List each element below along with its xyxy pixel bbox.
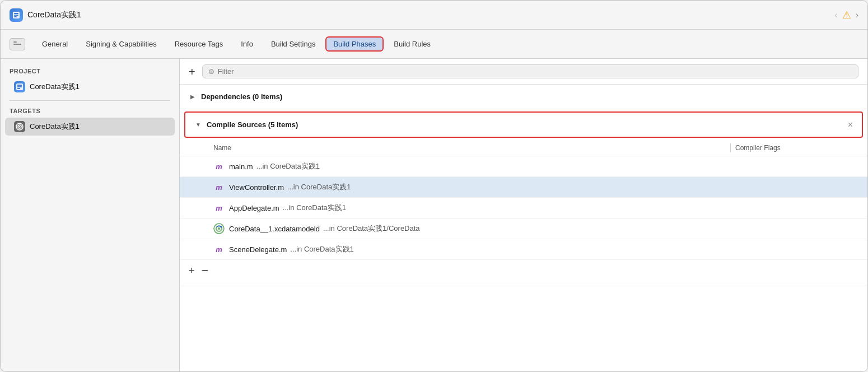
objc-file-icon: m xyxy=(213,202,225,213)
title-bar: CoreData实践1 ‹ ⚠ › xyxy=(1,1,867,30)
source-file-path: ...in CoreData实践1 xyxy=(283,203,346,213)
add-phase-button[interactable]: + xyxy=(189,66,195,77)
coredata-file-icon xyxy=(213,223,225,234)
tab-build-settings[interactable]: Build Settings xyxy=(263,36,324,52)
svg-point-10 xyxy=(19,126,20,127)
remove-source-button[interactable]: − xyxy=(202,264,209,277)
project-section-title: PROJECT xyxy=(1,66,179,78)
table-row[interactable]: m SceneDelegate.m ...in CoreData实践1 xyxy=(180,239,867,260)
sidebar: PROJECT CoreData实践1 TARGETS xyxy=(1,59,180,371)
svg-rect-3 xyxy=(14,16,17,17)
targets-section-title: TARGETS xyxy=(1,105,179,118)
main-window: CoreData实践1 ‹ ⚠ › General Signing & Capa… xyxy=(0,0,868,372)
filter-icon: ⊜ xyxy=(208,67,214,76)
source-file-name: AppDelegate.m xyxy=(229,204,279,212)
compile-sources-close-button[interactable]: × xyxy=(848,120,853,130)
content-toolbar: + ⊜ xyxy=(180,59,867,85)
source-file-name: CoreData__1.xcdatamodeld xyxy=(229,225,320,233)
phase-bottom-toolbar: + − xyxy=(180,260,867,281)
tab-resource-tags[interactable]: Resource Tags xyxy=(167,36,231,52)
sidebar-toggle-icon xyxy=(13,41,21,47)
nav-forward-button[interactable]: › xyxy=(856,10,858,20)
title-bar-left: CoreData实践1 xyxy=(10,8,81,22)
main-content: PROJECT CoreData实践1 TARGETS xyxy=(1,59,867,371)
sidebar-divider xyxy=(10,100,170,101)
compile-sources-title: Compile Sources (5 items) xyxy=(207,120,298,129)
warning-icon: ⚠ xyxy=(842,9,851,21)
tab-signing[interactable]: Signing & Capabilities xyxy=(78,36,164,52)
sidebar-toggle-button[interactable] xyxy=(10,38,25,50)
content-area: + ⊜ ▶ Dependencies (0 items) ▼ Compile S… xyxy=(180,59,867,371)
source-file-path: ...in CoreData实践1/CoreData xyxy=(323,224,420,234)
dependencies-chevron: ▶ xyxy=(189,94,197,100)
compile-sources-phase: ▼ Compile Sources (5 items) × Name Compi… xyxy=(180,111,867,286)
tab-build-phases[interactable]: Build Phases xyxy=(325,36,384,52)
svg-rect-5 xyxy=(17,85,22,86)
table-row[interactable]: CoreData__1.xcdatamodeld ...in CoreData实… xyxy=(180,218,867,239)
compile-sources-phase-header[interactable]: ▼ Compile Sources (5 items) × xyxy=(184,111,863,138)
sidebar-item-project[interactable]: CoreData实践1 xyxy=(5,78,175,96)
window-title: CoreData实践1 xyxy=(27,10,81,20)
app-icon xyxy=(10,8,23,22)
tab-general[interactable]: General xyxy=(34,36,76,52)
svg-rect-1 xyxy=(14,13,18,14)
sidebar-item-target[interactable]: CoreData实践1 xyxy=(5,118,175,136)
source-file-path: ...in CoreData实践1 xyxy=(287,182,351,192)
project-icon xyxy=(14,81,25,92)
col-flags-header: Compiler Flags xyxy=(735,144,858,152)
dependencies-phase-header[interactable]: ▶ Dependencies (0 items) xyxy=(180,85,867,109)
source-file-path: ...in CoreData实践1 xyxy=(290,244,353,254)
svg-point-14 xyxy=(221,226,222,228)
source-file-name: main.m xyxy=(229,162,253,171)
table-row[interactable]: m AppDelegate.m ...in CoreData实践1 xyxy=(180,198,867,218)
tab-info[interactable]: Info xyxy=(233,36,261,52)
col-separator xyxy=(730,143,731,152)
col-name-header: Name xyxy=(213,144,730,152)
tab-bar: General Signing & Capabilities Resource … xyxy=(1,30,867,59)
tab-build-rules[interactable]: Build Rules xyxy=(386,36,438,52)
svg-point-13 xyxy=(218,227,220,230)
objc-file-icon: m xyxy=(213,161,225,172)
table-row[interactable]: m ViewController.m ...in CoreData实践1 xyxy=(180,177,867,198)
objc-file-icon: m xyxy=(213,182,225,193)
nav-back-button[interactable]: ‹ xyxy=(834,10,837,20)
table-header-row: Name Compiler Flags xyxy=(180,140,867,156)
source-file-name: ViewController.m xyxy=(229,183,284,192)
compile-sources-table: Name Compiler Flags m main.m ...in CoreD… xyxy=(180,140,867,286)
target-item-label: CoreData实践1 xyxy=(30,122,80,132)
target-icon xyxy=(14,121,25,132)
svg-rect-7 xyxy=(17,88,20,89)
filter-box: ⊜ xyxy=(202,64,858,78)
svg-rect-2 xyxy=(14,15,18,16)
objc-file-icon: m xyxy=(213,244,225,255)
dependencies-phase: ▶ Dependencies (0 items) xyxy=(180,85,867,109)
filter-input[interactable] xyxy=(218,67,852,76)
compile-sources-chevron: ▼ xyxy=(194,122,202,128)
project-item-label: CoreData实践1 xyxy=(30,82,80,92)
table-row[interactable]: m main.m ...in CoreData实践1 xyxy=(180,156,867,177)
add-source-button[interactable]: + xyxy=(189,265,195,277)
source-file-name: SceneDelegate.m xyxy=(229,245,287,254)
svg-rect-6 xyxy=(17,86,22,87)
title-bar-right: ‹ ⚠ › xyxy=(834,9,858,21)
dependencies-title: Dependencies (0 items) xyxy=(201,92,282,101)
source-file-path: ...in CoreData实践1 xyxy=(256,161,320,171)
